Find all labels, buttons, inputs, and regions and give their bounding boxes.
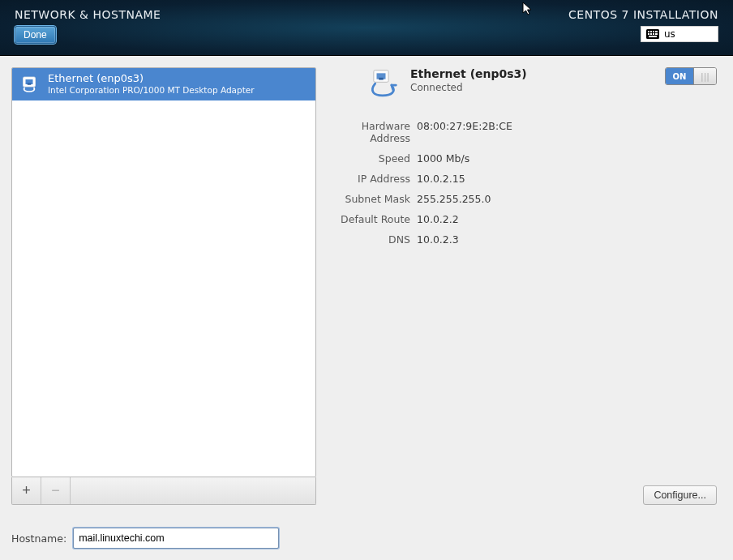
default-route-label: Default Route: [323, 213, 410, 225]
keyboard-layout-label: us: [664, 28, 675, 40]
svg-rect-3: [653, 31, 654, 32]
header-bar: NETWORK & HOSTNAME Done CENTOS 7 INSTALL…: [0, 0, 733, 55]
hw-address-value: 08:00:27:9E:2B:CE: [417, 120, 717, 144]
configure-button[interactable]: Configure...: [643, 485, 717, 505]
device-row-ethernet[interactable]: Ethernet (enp0s3) Intel Corporation PRO/…: [12, 68, 315, 100]
details-grid: Hardware Address 08:00:27:9E:2B:CE Speed…: [323, 120, 722, 246]
content-area: Ethernet (enp0s3) Intel Corporation PRO/…: [0, 55, 733, 560]
hostname-label: Hostname:: [11, 532, 66, 545]
subnet-mask-value: 255.255.255.0: [417, 193, 717, 205]
cursor-icon: [522, 2, 534, 19]
device-name: Ethernet (enp0s3): [48, 73, 255, 85]
hostname-input[interactable]: [73, 528, 279, 549]
svg-rect-8: [655, 33, 658, 35]
ethernet-icon: [19, 75, 40, 94]
dns-value: 10.0.2.3: [417, 233, 717, 246]
subnet-mask-label: Subnet Mask: [323, 193, 410, 205]
hostname-row: Hostname:: [11, 528, 722, 549]
interface-title: Ethernet (enp0s3): [410, 67, 654, 80]
hw-address-label: Hardware Address: [323, 120, 410, 144]
ethernet-big-icon: [363, 67, 399, 105]
svg-rect-1: [648, 31, 649, 32]
done-button[interactable]: Done: [15, 26, 56, 44]
svg-rect-7: [653, 33, 654, 35]
add-device-button[interactable]: +: [12, 477, 41, 504]
keyboard-layout-selector[interactable]: us: [641, 26, 718, 42]
speed-label: Speed: [323, 152, 410, 165]
default-route-value: 10.0.2.2: [417, 213, 717, 225]
svg-rect-15: [379, 78, 384, 80]
remove-device-button: −: [41, 477, 71, 504]
svg-rect-9: [649, 36, 657, 37]
device-list-toolbar: + −: [11, 477, 316, 505]
interface-status: Connected: [410, 82, 654, 93]
switch-knob: |||: [693, 68, 716, 84]
svg-rect-5: [648, 33, 649, 35]
device-list-area: Ethernet (enp0s3) Intel Corporation PRO/…: [11, 67, 316, 505]
switch-on-label: ON: [666, 68, 693, 84]
ip-address-label: IP Address: [323, 173, 410, 185]
speed-value: 1000 Mb/s: [417, 152, 717, 165]
dns-label: DNS: [323, 233, 410, 246]
installer-title: CENTOS 7 INSTALLATION: [568, 8, 718, 21]
svg-rect-4: [655, 31, 658, 32]
device-adapter: Intel Corporation PRO/1000 MT Desktop Ad…: [48, 85, 255, 96]
svg-rect-6: [650, 33, 652, 35]
keyboard-icon: [646, 29, 659, 39]
device-details-area: Ethernet (enp0s3) Connected ON ||| Hardw…: [323, 67, 722, 505]
interface-switch[interactable]: ON |||: [665, 67, 717, 85]
svg-rect-12: [28, 83, 32, 84]
ip-address-value: 10.0.2.15: [417, 173, 717, 185]
spoke-title: NETWORK & HOSTNAME: [15, 8, 161, 21]
device-list[interactable]: Ethernet (enp0s3) Intel Corporation PRO/…: [11, 67, 316, 477]
svg-rect-2: [650, 31, 652, 32]
